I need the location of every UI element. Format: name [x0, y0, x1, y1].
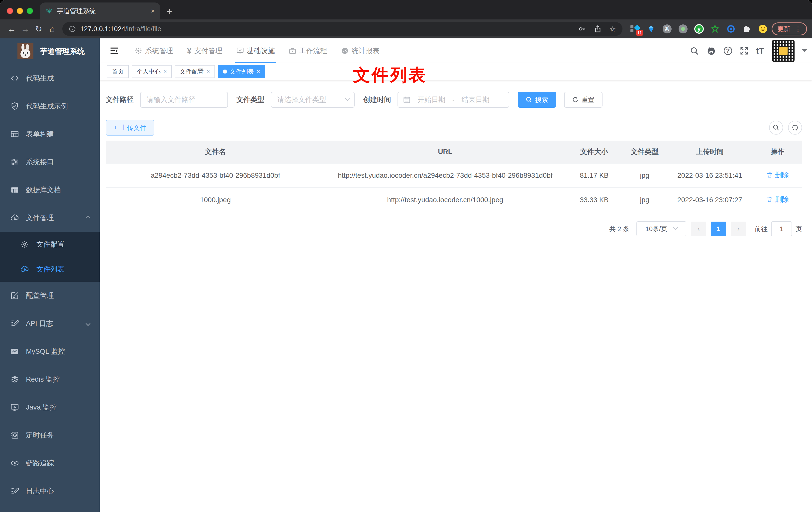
recorder-extension-icon[interactable]	[678, 24, 688, 34]
page-1-button[interactable]: 1	[711, 221, 726, 236]
nav-infrastructure[interactable]: 基础设施	[229, 38, 282, 63]
sidebar-collapse-icon[interactable]	[110, 47, 119, 55]
top-nav: 系统管理 ¥ 支付管理 基础设施	[128, 38, 386, 63]
close-icon[interactable]: ×	[164, 68, 167, 75]
refresh-icon	[572, 96, 579, 103]
tab-manager-extension-icon[interactable]: 11	[631, 24, 640, 34]
col-url: URL	[325, 141, 565, 163]
sidebar-item-config-manage[interactable]: 配置管理	[0, 282, 100, 309]
reset-button[interactable]: 重置	[564, 92, 603, 108]
end-date-input[interactable]	[458, 96, 494, 104]
sidebar-item-code-gen[interactable]: 代码生成	[0, 64, 100, 92]
avatar-caret-icon[interactable]	[802, 49, 807, 55]
favicon-leaf-icon	[46, 7, 53, 15]
tag-home[interactable]: 首页	[107, 65, 129, 78]
home-icon[interactable]: ⌂	[46, 24, 59, 34]
shield-check-icon	[10, 102, 19, 111]
sidebar-item-system-api[interactable]: 系统接口	[0, 148, 100, 176]
sidebar-item-api-log[interactable]: API 日志	[0, 309, 100, 337]
nav-pay-manage[interactable]: ¥ 支付管理	[180, 38, 229, 63]
close-icon[interactable]: ×	[207, 68, 210, 75]
close-icon[interactable]: ×	[257, 68, 260, 75]
cell-url: http://test.yudao.iocoder.cn/1000.jpeg	[325, 188, 565, 212]
upload-file-button[interactable]: + 上传文件	[106, 120, 154, 135]
date-range-picker[interactable]: -	[398, 92, 509, 108]
sidebar-item-tracing[interactable]: 链路追踪	[0, 449, 100, 477]
layers-icon	[10, 375, 19, 384]
search-icon[interactable]	[690, 47, 699, 55]
gem-extension-icon[interactable]	[646, 24, 656, 34]
sidebar-item-redis-monitor[interactable]: Redis 监控	[0, 365, 100, 393]
next-page-button[interactable]: ›	[731, 221, 746, 236]
fullscreen-icon[interactable]	[740, 47, 749, 55]
browser-update-button[interactable]: 更新 ⋮	[772, 23, 807, 35]
address-bar[interactable]: 127.0.0.1:1024/infra/file/file ☆	[62, 22, 622, 36]
close-window-button[interactable]	[7, 8, 13, 14]
goto-page-input[interactable]	[771, 221, 792, 236]
star-extension-icon[interactable]	[710, 24, 720, 34]
back-icon[interactable]: ←	[5, 24, 19, 34]
toggle-search-button[interactable]	[769, 121, 783, 134]
avatar-qr[interactable]	[772, 40, 794, 62]
prev-page-button[interactable]: ‹	[691, 221, 706, 236]
page-size-select[interactable]: 10条/页	[636, 221, 686, 236]
extensions-area: 11 ⌘ y	[631, 24, 767, 34]
emoji-extension-icon[interactable]	[758, 24, 767, 34]
site-info-icon[interactable]	[69, 25, 76, 32]
sidebar-item-file-list[interactable]: 文件列表	[0, 257, 100, 282]
sidebar-item-scheduled-jobs[interactable]: 定时任务	[0, 421, 100, 449]
cell-file-type: jpg	[623, 163, 666, 188]
sidebar-item-java-monitor[interactable]: Java 监控	[0, 393, 100, 421]
tag-file-config[interactable]: 文件配置 ×	[175, 65, 215, 78]
forward-icon[interactable]: →	[19, 24, 32, 34]
browser-menu-icon[interactable]: ⋮	[795, 25, 801, 33]
sidebar-item-file-manage[interactable]: 文件管理	[0, 204, 100, 232]
refresh-table-button[interactable]	[788, 121, 802, 134]
new-tab-button[interactable]: +	[167, 6, 172, 17]
browser-tab-strip: 芋道管理系统 × +	[0, 0, 812, 20]
reload-icon[interactable]: ↻	[32, 24, 46, 34]
tab-close-icon[interactable]: ×	[151, 7, 155, 15]
browser-tab[interactable]: 芋道管理系统 ×	[40, 2, 160, 20]
bookmark-star-icon[interactable]: ☆	[609, 25, 616, 33]
cmd-extension-icon[interactable]: ⌘	[662, 24, 672, 34]
maximize-window-button[interactable]	[27, 8, 33, 14]
search-button[interactable]: 搜索	[518, 92, 556, 108]
plus-icon: +	[114, 124, 117, 131]
sliders-icon	[10, 158, 19, 166]
sidebar-logo[interactable]: 芋道管理系统	[0, 38, 100, 64]
nav-system-manage[interactable]: 系统管理	[128, 38, 180, 63]
sidebar-item-code-demo[interactable]: 代码生成示例	[0, 92, 100, 120]
share-icon[interactable]	[594, 25, 602, 33]
edit-square-icon	[10, 292, 19, 300]
cloud-upload-icon	[21, 265, 29, 273]
password-key-icon[interactable]	[578, 25, 586, 33]
cloud-download-icon	[10, 214, 19, 222]
start-date-input[interactable]	[413, 96, 450, 104]
tag-profile[interactable]: 个人中心 ×	[132, 65, 172, 78]
delete-button[interactable]: 删除	[766, 170, 789, 180]
monitor-icon	[10, 403, 19, 412]
eye-extension-icon[interactable]	[726, 24, 736, 34]
file-path-input[interactable]	[140, 92, 228, 108]
tag-file-list[interactable]: 文件列表 ×	[218, 65, 265, 78]
file-type-select[interactable]: 请选择文件类型	[271, 92, 355, 108]
cell-file-size: 81.17 KB	[566, 163, 623, 188]
sidebar-item-form-builder[interactable]: 表单构建	[0, 120, 100, 148]
minimize-window-button[interactable]	[17, 8, 23, 14]
y-extension-icon[interactable]: y	[694, 24, 704, 34]
nav-stats-report[interactable]: 统计报表	[334, 38, 386, 63]
help-icon[interactable]: ?	[724, 47, 732, 55]
cell-upload-time: 2022-03-16 23:51:41	[666, 163, 753, 188]
nav-workflow[interactable]: 工作流程	[282, 38, 334, 63]
gear-icon	[21, 240, 29, 248]
delete-button[interactable]: 删除	[766, 194, 789, 205]
text-size-icon[interactable]: tT	[756, 47, 764, 56]
col-file-type: 文件类型	[623, 141, 666, 163]
puzzle-extensions-icon[interactable]	[742, 24, 752, 34]
sidebar-item-mysql-monitor[interactable]: MySQL 监控	[0, 337, 100, 365]
sidebar-item-file-config[interactable]: 文件配置	[0, 232, 100, 257]
github-icon[interactable]	[706, 46, 716, 56]
sidebar-item-db-doc[interactable]: 数据库文档	[0, 176, 100, 204]
sidebar-item-log-center[interactable]: 日志中心	[0, 477, 100, 505]
